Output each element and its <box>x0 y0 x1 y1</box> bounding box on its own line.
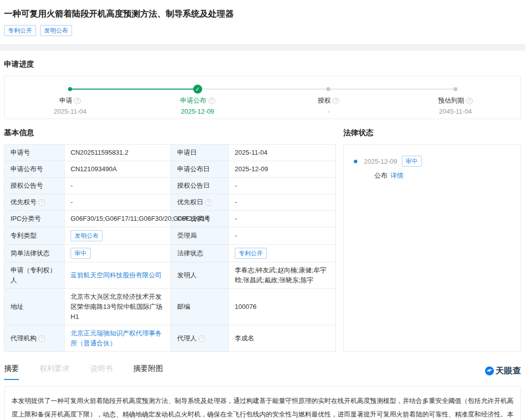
address-value: 北京市大兴区北京经济技术开发区荣华南路13号院中航国际广场H1 <box>65 289 171 325</box>
help-icon[interactable]: ? <box>205 199 212 206</box>
timeline-track-completed <box>70 89 198 90</box>
legal-status-label: 法律状态 <box>171 245 229 262</box>
bullet-icon <box>354 160 357 163</box>
agency-link[interactable]: 北京正元瑞驰知识产权代理事务所（普通合伙） <box>71 329 162 347</box>
priority-number-value: - <box>65 194 171 211</box>
progress-step-1: 申请公布?2025-12-09 <box>180 96 215 115</box>
simple-legal-status-badge: 审中 <box>71 248 91 259</box>
step-label: 申请公布? <box>180 96 215 105</box>
publication-number-value: CN121093490A <box>65 161 171 178</box>
legal-status-date: 2025-12-09 <box>364 158 397 165</box>
help-icon[interactable]: ? <box>333 98 339 104</box>
priority-number-label: 优先权号? <box>5 194 65 211</box>
applicant-label: 申请（专利权）人 <box>5 262 65 289</box>
legal-status-item-0: 2025-12-09审中公布详情 <box>354 156 512 180</box>
page-header: 一种可复用火箭着陆段开机高度预测方法、制导系统及处理器 专利公开发明公布 <box>0 0 525 36</box>
table-row: 申请公布号CN121093490A申请公布日2025-12-09 <box>5 161 336 178</box>
document-tabs-row: 摘要权利要求说明书摘要附图 天眼查 <box>4 364 521 380</box>
help-icon[interactable]: ? <box>208 98 215 104</box>
simple-legal-status: 审中 <box>65 245 171 262</box>
address-label: 地址 <box>5 289 65 325</box>
help-icon[interactable]: ? <box>74 98 81 104</box>
document-tabs: 摘要权利要求说明书摘要附图 <box>4 364 184 380</box>
grant-number-label: 授权公告号 <box>5 178 65 194</box>
legal-status-panel: 2025-12-09审中公布详情 <box>343 144 521 352</box>
header-badges: 专利公开发明公布 <box>4 25 521 36</box>
application-date-value: 2025-11-04 <box>229 145 336 161</box>
agency: 北京正元瑞驰知识产权代理事务所（普通合伙） <box>65 325 171 352</box>
progress-timeline: 申请?2025-11-04✓申请公布?2025-12-09授权?-预估到期?20… <box>4 76 521 119</box>
ipc-class-value: G06F30/15;G06F17/11;G06F30/20;G06F119/14 <box>65 211 171 227</box>
tab-摘要附图[interactable]: 摘要附图 <box>133 364 163 380</box>
abstract-text: 本发明提供了一种可复用火箭着陆段开机高度预测方法、制导系统及处理器，通过构建基于… <box>12 394 513 420</box>
tab-说明书: 说明书 <box>90 364 113 380</box>
abstract-panel: 本发明提供了一种可复用火箭着陆段开机高度预测方法、制导系统及处理器，通过构建基于… <box>4 386 521 420</box>
table-row: 专利类型发明公布受理局- <box>5 227 336 245</box>
grant-date-value: - <box>229 178 336 194</box>
table-row: 地址北京市大兴区北京经济技术开发区荣华南路13号院中航国际广场H1邮编10007… <box>5 289 336 325</box>
grant-number-value: - <box>65 178 171 194</box>
legal-status-line2: 公布详情 <box>374 171 512 180</box>
application-number-label: 申请号 <box>5 145 65 161</box>
inventors-value: 李春志;钟友武;赵向楠;康健;牟宇晗;张昌武;戴政;张晓东;陈宇 <box>229 262 336 289</box>
applicant-link[interactable]: 蓝箭航天空间科技股份有限公司 <box>71 271 162 279</box>
legal-event: 公布 <box>374 172 387 179</box>
inventors-label: 发明人 <box>171 262 229 289</box>
ipc-class-label: IPC分类号 <box>5 211 65 227</box>
tab-权利要求: 权利要求 <box>40 364 70 380</box>
legal-status-badge: 专利公开 <box>235 248 267 259</box>
step-label: 申请? <box>54 96 87 105</box>
progress-step-2: 授权?- <box>318 96 339 115</box>
section-divider <box>0 44 525 51</box>
step-check-icon: ✓ <box>193 85 202 94</box>
priority-date-label: 优先权日? <box>171 194 229 211</box>
priority-date-value: - <box>229 194 336 211</box>
table-row: 申请（专利权）人蓝箭航天空间科技股份有限公司发明人李春志;钟友武;赵向楠;康健;… <box>5 262 336 289</box>
step-dot <box>68 87 72 91</box>
basic-info-table: 申请号CN202511595831.2申请日2025-11-04申请公布号CN1… <box>4 144 336 352</box>
progress-step-0: 申请?2025-11-04 <box>54 96 87 115</box>
publication-date-value: 2025-12-09 <box>229 161 336 178</box>
application-number-value: CN202511595831.2 <box>65 145 171 161</box>
agency-label: 代理机构? <box>5 325 65 352</box>
legal-status: 专利公开 <box>229 245 336 262</box>
table-row: 简单法律状态审中法律状态专利公开 <box>5 245 336 262</box>
step-date: 2025-12-09 <box>180 108 215 115</box>
step-date: 2045-11-04 <box>438 108 473 115</box>
cpc-class-value: - <box>229 211 336 227</box>
receiving-office-label: 受理局 <box>171 227 229 245</box>
page-content: 申请进度 申请?2025-11-04✓申请公布?2025-12-09授权?-预估… <box>0 60 525 420</box>
legal-status-badge: 审中 <box>402 156 422 167</box>
brand-name: 天眼查 <box>495 365 521 376</box>
receiving-office-value: - <box>229 227 336 245</box>
progress-section-title: 申请进度 <box>4 60 521 69</box>
legal-status-line1: 2025-12-09审中 <box>354 156 512 167</box>
legal-status-section-title: 法律状态 <box>343 128 521 138</box>
basic-info-section-title: 基本信息 <box>4 128 335 138</box>
header-badge-1: 发明公布 <box>40 25 72 36</box>
tab-摘要[interactable]: 摘要 <box>4 364 19 380</box>
applicant: 蓝箭航天空间科技股份有限公司 <box>65 262 171 289</box>
step-dot <box>453 87 457 91</box>
help-icon[interactable]: ? <box>466 98 473 104</box>
application-date-label: 申请日 <box>171 145 229 161</box>
grant-date-label: 授权公告日 <box>171 178 229 194</box>
table-row: 代理机构?北京正元瑞驰知识产权代理事务所（普通合伙）代理人?李成名 <box>5 325 336 352</box>
table-row: 授权公告号-授权公告日- <box>5 178 336 194</box>
step-label: 授权? <box>318 96 339 105</box>
basic-info-column: 基本信息 申请号CN202511595831.2申请日2025-11-04申请公… <box>4 119 335 352</box>
step-date: - <box>318 108 339 115</box>
patent-type-badge: 发明公布 <box>71 230 103 241</box>
table-row: IPC分类号G06F30/15;G06F17/11;G06F30/20;G06F… <box>5 211 336 227</box>
simple-legal-status-label: 简单法律状态 <box>5 245 65 262</box>
help-icon[interactable]: ? <box>199 335 205 342</box>
help-icon[interactable]: ? <box>39 199 45 206</box>
publication-number-label: 申请公布号 <box>5 161 65 178</box>
step-date: 2025-11-04 <box>54 108 87 115</box>
tianyancha-eye-icon <box>485 366 494 375</box>
legal-detail-link[interactable]: 详情 <box>390 172 403 179</box>
patent-type-label: 专利类型 <box>5 227 65 245</box>
help-icon[interactable]: ? <box>39 335 45 342</box>
header-badge-0: 专利公开 <box>4 25 36 36</box>
basic-info-and-legal-section: 基本信息 申请号CN202511595831.2申请日2025-11-04申请公… <box>4 119 521 352</box>
